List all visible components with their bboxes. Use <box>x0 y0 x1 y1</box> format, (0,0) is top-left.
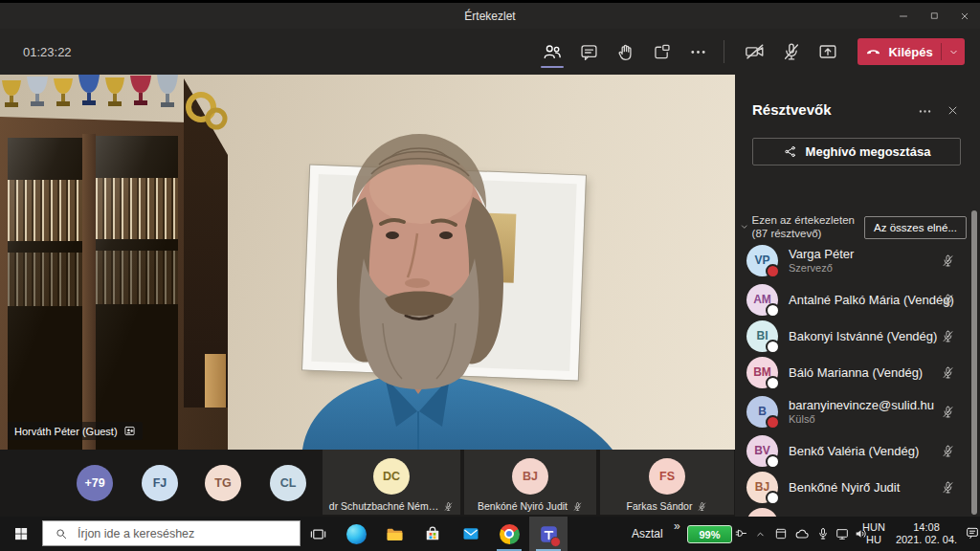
mic-off-button[interactable] <box>773 33 810 71</box>
chevron-down-icon <box>947 46 960 58</box>
toolbar-overflow-chevron[interactable]: » <box>674 519 680 533</box>
speaker-video <box>0 75 735 450</box>
teams-button[interactable] <box>529 517 568 551</box>
participant-row[interactable]: BM Báló Marianna (Vendég) <box>735 354 980 390</box>
desktop-screen: Értekezlet 01:23:22 Kilépés <box>0 0 980 551</box>
panel-scrollbar[interactable] <box>971 210 977 515</box>
chrome-icon <box>500 524 520 544</box>
task-view-icon <box>309 525 327 543</box>
mic-muted-icon <box>572 501 583 512</box>
participant-mic-muted-icon[interactable] <box>941 480 955 495</box>
panel-close-button[interactable] <box>946 103 960 118</box>
clock[interactable]: 14:082021. 02. 04. <box>892 521 961 546</box>
spotlight-badge-icon <box>123 425 136 437</box>
mail-icon <box>461 524 480 543</box>
avatar <box>746 508 778 518</box>
microphone-tray-icon[interactable] <box>815 526 831 541</box>
participant-row[interactable] <box>735 505 980 517</box>
participant-mic-muted-icon[interactable] <box>941 293 955 307</box>
participant-mic-muted-icon[interactable] <box>941 329 955 343</box>
participant-mic-muted-icon[interactable] <box>941 405 955 419</box>
leave-label: Kilépés <box>888 45 932 59</box>
share-invite-button[interactable]: Meghívó megosztása <box>752 138 961 165</box>
main-video-tile[interactable]: Horváth Péter (Guest) <box>0 75 735 450</box>
system-tray: Asztal » 99% HUNHU 14:082021. 02. 04. <box>620 517 980 551</box>
overflow-count-avatar[interactable]: +79 <box>77 465 113 501</box>
participant-mic-muted-icon[interactable] <box>941 253 955 268</box>
speaker-name-label: Horváth Péter (Guest) <box>8 422 143 440</box>
avatar: DC <box>373 458 410 495</box>
share-screen-button[interactable] <box>810 33 846 71</box>
taskbar-search[interactable] <box>42 520 301 546</box>
panel-title: Résztvevők <box>752 101 832 118</box>
mail-button[interactable] <box>452 517 490 551</box>
toolbar-device-group <box>737 33 846 71</box>
breakout-rooms-button[interactable] <box>643 33 679 71</box>
task-view-button[interactable] <box>299 517 337 551</box>
participant-row[interactable]: VP Varga PéterSzervező <box>735 239 980 281</box>
panel-more-button[interactable] <box>917 103 933 120</box>
leave-options-chevron[interactable] <box>942 46 965 58</box>
participant-mic-muted-icon[interactable] <box>941 444 955 458</box>
minimize-button[interactable] <box>888 3 919 29</box>
file-explorer-button[interactable] <box>375 517 413 551</box>
search-icon <box>55 527 68 540</box>
participant-row[interactable]: AM Antalné Palkó Mária (Vendég) <box>735 281 980 318</box>
hangup-icon <box>865 44 881 60</box>
hidden-icons-chevron[interactable] <box>754 528 767 540</box>
close-window-button[interactable] <box>949 3 980 29</box>
section-label: Ezen az értekezleten (87 résztvevő) <box>752 214 865 240</box>
chrome-button[interactable] <box>490 517 528 551</box>
meeting-toolbar: 01:23:22 Kilépés <box>0 29 980 76</box>
window-titlebar: Értekezlet <box>0 3 980 29</box>
participants-panel: Résztvevők Meghívó megosztása Ezen az ér… <box>735 75 980 517</box>
participants-button[interactable] <box>534 33 570 71</box>
mute-all-button[interactable]: Az összes elné... <box>864 216 967 239</box>
presence-busy-dot <box>766 415 780 430</box>
share-icon <box>783 144 797 159</box>
camera-off-button[interactable] <box>737 33 773 71</box>
network-icon[interactable] <box>835 526 850 541</box>
tray-app-window-icon[interactable] <box>773 526 789 541</box>
participant-row[interactable]: BV Benkő Valéria (Vendég) <box>735 432 980 469</box>
presence-dot <box>766 454 780 469</box>
participant-row[interactable]: BJ Benkőné Nyirő Judit <box>735 469 980 505</box>
window-title: Értekezlet <box>464 10 515 23</box>
participant-avatar[interactable]: CL <box>270 465 306 501</box>
store-button[interactable] <box>413 517 452 551</box>
power-plug-icon <box>734 526 748 540</box>
meeting-timer: 01:23:22 <box>23 45 72 59</box>
video-tile[interactable]: BJ Benkóné Nyiró Judit <box>464 450 596 515</box>
participant-mic-muted-icon[interactable] <box>941 365 955 380</box>
participant-avatar[interactable]: FJ <box>142 465 178 501</box>
participant-list: VP Varga PéterSzervező AM Antalné Palkó … <box>735 239 980 517</box>
language-indicator[interactable]: HUNHU <box>856 521 892 546</box>
video-tile[interactable]: FS Farkas Sándor <box>600 450 734 515</box>
search-input[interactable] <box>76 526 271 541</box>
edge-button[interactable] <box>337 517 375 551</box>
participants-strip: +79 FJ TG CL DC dr Schutzbachné Ném… BJ … <box>0 450 737 517</box>
maximize-button[interactable] <box>919 3 949 29</box>
more-actions-button[interactable] <box>679 33 716 71</box>
desktop-toolbar[interactable]: Asztal <box>632 527 663 540</box>
tile-name: Benkóné Nyiró Judit <box>478 500 568 512</box>
video-tile[interactable]: DC dr Schutzbachné Ném… <box>323 450 460 515</box>
participant-avatar[interactable]: TG <box>205 465 241 501</box>
action-center-icon[interactable] <box>965 525 980 540</box>
participant-row[interactable]: BI Bakonyi Istvánné (Vendég) <box>735 318 980 354</box>
tile-name: dr Schutzbachné Ném… <box>329 500 438 512</box>
onedrive-cloud-icon[interactable] <box>794 526 811 542</box>
presence-busy-dot <box>766 264 780 278</box>
participant-row[interactable]: B baranyinevincze@sulid.huKülső <box>735 390 980 432</box>
tile-name: Farkas Sándor <box>627 500 693 512</box>
section-row: Ezen az értekezleten (87 résztvevő) Az ö… <box>739 214 967 240</box>
leave-button[interactable]: Kilépés <box>858 38 965 65</box>
collapse-chevron-icon[interactable] <box>739 221 750 232</box>
start-button[interactable] <box>0 517 42 551</box>
chat-button[interactable] <box>570 33 607 71</box>
raise-hand-button[interactable] <box>607 33 643 71</box>
folder-icon <box>385 524 405 544</box>
edge-icon <box>346 524 367 544</box>
battery-indicator[interactable]: 99% <box>687 525 732 543</box>
presence-dot <box>766 491 780 505</box>
